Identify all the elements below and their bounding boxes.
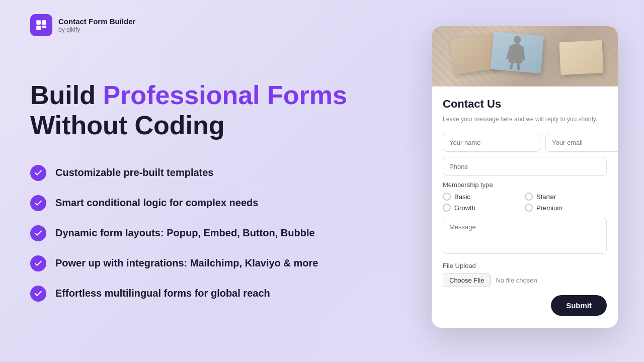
feature-item-4: Power up with integrations: Mailchimp, K… [30, 255, 372, 272]
check-icon-1 [30, 165, 46, 181]
radio-basic-label: Basic [454, 193, 470, 201]
heading-highlight: Professional Forms [103, 80, 347, 110]
feature-text-5: Effortless multilingual forms for global… [55, 288, 270, 299]
membership-options: Basic Starter Growth Premium [443, 193, 607, 212]
logo-text: Contact Form Builder by qikify [58, 17, 135, 33]
check-icon-5 [30, 286, 46, 302]
radio-premium-label: Premium [536, 204, 562, 212]
svg-rect-0 [36, 20, 41, 25]
logo-icon [30, 14, 52, 36]
feature-text-4: Power up with integrations: Mailchimp, K… [55, 257, 318, 269]
feature-text-3: Dynamic form layouts: Popup, Embed, Butt… [55, 227, 315, 239]
phone-input[interactable] [443, 157, 607, 176]
heading-part2: Without Coding [30, 111, 225, 140]
feature-item-3: Dynamic form layouts: Popup, Embed, Butt… [30, 225, 372, 241]
radio-starter[interactable]: Starter [525, 193, 607, 201]
membership-label: Membership type [443, 181, 607, 189]
feature-item-5: Effortless multilingual forms for global… [30, 286, 372, 302]
header: Contact Form Builder by qikify [30, 14, 135, 36]
check-icon-4 [30, 255, 46, 272]
check-icon-2 [30, 195, 46, 211]
submit-button[interactable]: Submit [551, 295, 607, 316]
form-subtitle: Leave your message here and we will repl… [443, 115, 607, 124]
main-heading: Build Professional Forms Without Coding [30, 80, 372, 141]
radio-growth-circle [443, 204, 451, 212]
name-input[interactable] [443, 133, 540, 152]
logo-title: Contact Form Builder [58, 17, 135, 26]
radio-starter-circle [525, 193, 533, 201]
choose-file-button[interactable]: Choose File [443, 274, 491, 287]
radio-growth-label: Growth [454, 204, 475, 212]
no-file-text: No file chosen [496, 277, 537, 284]
svg-rect-3 [42, 26, 46, 28]
radio-basic-circle [443, 193, 451, 201]
membership-section: Membership type Basic Starter Growth Pre… [443, 181, 607, 212]
radio-premium-circle [525, 204, 533, 212]
radio-basic[interactable]: Basic [443, 193, 525, 201]
logo-subtitle: by qikify [58, 26, 135, 33]
svg-rect-2 [36, 26, 41, 30]
svg-point-4 [514, 35, 521, 44]
name-email-row [443, 133, 607, 152]
feature-item-1: Customizable pre-built templates [30, 165, 372, 181]
form-title: Contact Us [443, 98, 607, 111]
photo-decoration-2 [491, 32, 544, 73]
feature-text-2: Smart conditional logic for complex need… [55, 197, 258, 209]
left-content: Build Professional Forms Without Coding … [30, 80, 372, 302]
svg-rect-1 [42, 20, 46, 25]
feature-item-2: Smart conditional logic for complex need… [30, 195, 372, 211]
file-upload-row: Choose File No file chosen [443, 274, 607, 287]
figure-silhouette [505, 34, 528, 70]
photo-decoration-3 [559, 40, 603, 75]
file-upload-label: File Upload [443, 262, 607, 269]
phone-row [443, 157, 607, 176]
features-list: Customizable pre-built templates Smart c… [30, 165, 372, 302]
feature-text-1: Customizable pre-built templates [55, 167, 214, 178]
logo-svg [35, 19, 48, 32]
submit-row: Submit [443, 295, 607, 316]
radio-starter-label: Starter [536, 193, 556, 201]
card-image [432, 26, 618, 86]
radio-growth[interactable]: Growth [443, 204, 525, 212]
message-textarea[interactable] [443, 218, 607, 254]
form-body: Contact Us Leave your message here and w… [432, 86, 618, 328]
contact-form-card: Contact Us Leave your message here and w… [432, 26, 618, 328]
radio-premium[interactable]: Premium [525, 204, 607, 212]
email-input[interactable] [545, 133, 618, 152]
check-icon-3 [30, 225, 46, 241]
heading-part1: Build [30, 80, 103, 110]
